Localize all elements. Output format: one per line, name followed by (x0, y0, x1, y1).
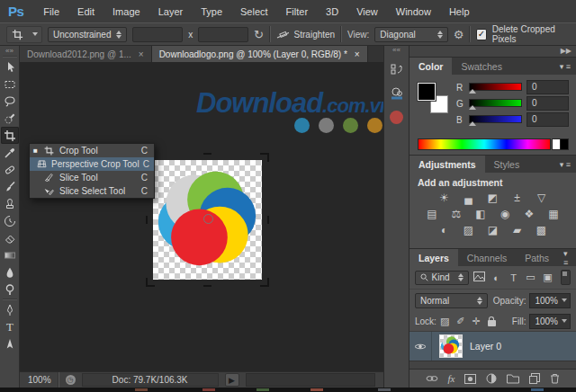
tab-swatches[interactable]: Swatches (452, 58, 511, 75)
crop-pivot-icon[interactable] (203, 214, 213, 224)
view-overlay-select[interactable]: Diagonal (374, 27, 447, 42)
lock-all-icon[interactable] (488, 320, 496, 326)
collapse-toolbar-icon[interactable]: «» (5, 47, 14, 55)
crop-handle-top[interactable] (203, 153, 212, 155)
image-layer-transparency[interactable] (153, 160, 262, 280)
menu-3d[interactable]: 3D (317, 6, 347, 17)
green-slider[interactable] (469, 98, 522, 109)
red-slider[interactable] (469, 82, 522, 93)
collapse-dock-icon[interactable]: ▶▶ (410, 46, 576, 57)
panel-menu-icon[interactable]: ▾ ≡ (558, 249, 576, 266)
new-adjustment-layer-icon[interactable] (486, 373, 497, 384)
menu-window[interactable]: Window (387, 6, 440, 17)
flyout-item-slice-select-tool[interactable]: Slice Select Tool C (30, 184, 154, 198)
exposure-icon[interactable]: ± (510, 191, 525, 207)
crop-options-gear-icon[interactable]: ⚙ (454, 28, 464, 41)
tool-preset-picker[interactable] (6, 26, 42, 43)
menu-layer[interactable]: Layer (149, 6, 193, 17)
status-options-icon[interactable]: ▶ (225, 373, 239, 387)
pen-tool[interactable] (1, 301, 19, 318)
menu-filter[interactable]: Filter (277, 6, 317, 17)
close-tab-icon[interactable]: × (139, 49, 144, 59)
vibrance-icon[interactable]: ▽ (535, 191, 549, 207)
record-panel-icon[interactable] (386, 107, 407, 128)
add-layer-mask-icon[interactable] (464, 374, 476, 384)
brush-tool[interactable] (1, 178, 19, 195)
eyedropper-tool[interactable] (1, 144, 19, 161)
layer-thumbnail[interactable] (439, 334, 463, 358)
menu-file[interactable]: File (34, 6, 68, 17)
tab-download2012[interactable]: Download2012.png @ 1... × (20, 46, 152, 62)
gradient-map-icon[interactable]: ▰ (510, 223, 525, 239)
red-value-field[interactable]: 0 (526, 80, 569, 94)
layer-visibility-toggle[interactable] (410, 332, 432, 361)
new-layer-icon[interactable] (529, 373, 540, 384)
blur-tool[interactable] (1, 263, 19, 281)
menu-help[interactable]: Help (440, 6, 479, 17)
straighten-button[interactable]: Straighten (294, 30, 336, 40)
filter-type-layers-icon[interactable]: T (507, 272, 520, 283)
type-tool[interactable]: T (1, 318, 19, 335)
swap-dimensions-icon[interactable]: ↻ (254, 28, 264, 41)
tab-adjustments[interactable]: Adjustments (410, 156, 485, 173)
lasso-tool[interactable] (1, 93, 19, 110)
slider-thumb[interactable] (469, 89, 476, 94)
quick-selection-tool[interactable] (1, 110, 19, 127)
history-brush-tool[interactable] (1, 212, 19, 229)
layer-style-icon[interactable]: fx (448, 373, 455, 384)
filtering-toggle[interactable] (561, 270, 571, 285)
link-layers-icon[interactable] (426, 374, 438, 383)
filter-smart-objects-icon[interactable]: ▣ (541, 272, 554, 283)
slider-thumb[interactable] (469, 105, 476, 110)
clone-stamp-tool[interactable] (1, 195, 19, 212)
spot-healing-brush-tool[interactable] (1, 161, 19, 178)
gradient-tool[interactable] (1, 246, 19, 263)
color-balance-icon[interactable]: ⚖ (449, 207, 464, 223)
selective-color-icon[interactable]: ▩ (535, 223, 549, 239)
channel-mixer-icon[interactable]: ❖ (522, 207, 536, 223)
history-panel-icon[interactable] (386, 58, 407, 79)
close-tab-icon[interactable]: × (355, 49, 360, 59)
move-tool[interactable] (1, 58, 19, 76)
opacity-value[interactable]: 100% (529, 293, 571, 308)
foreground-color-swatch[interactable] (418, 83, 436, 101)
filter-kind-select[interactable]: Kind (415, 271, 469, 285)
expand-dock-icon[interactable]: «« (392, 46, 400, 55)
lock-image-icon[interactable]: ✐ (456, 316, 464, 327)
brightness-contrast-icon[interactable]: ☀ (437, 191, 452, 207)
flyout-item-crop-tool[interactable]: ■ Crop Tool C (30, 144, 154, 157)
posterize-icon[interactable]: ▨ (462, 223, 476, 239)
menu-image[interactable]: Image (104, 6, 149, 17)
layer-name[interactable]: Layer 0 (470, 341, 501, 352)
levels-icon[interactable]: ▄ (462, 191, 476, 207)
black-white-icon[interactable]: ◧ (473, 207, 488, 223)
new-group-icon[interactable] (507, 374, 519, 384)
flyout-item-slice-tool[interactable]: Slice Tool C (30, 171, 154, 184)
delete-cropped-pixels-checkbox[interactable]: ✓ (476, 29, 487, 40)
crop-width-input[interactable] (132, 27, 183, 42)
panel-menu-icon[interactable]: ▾ ≡ (554, 156, 576, 173)
aspect-ratio-select[interactable]: Unconstrained (48, 27, 127, 42)
photo-filter-icon[interactable]: ◉ (498, 207, 512, 223)
threshold-icon[interactable]: ◪ (486, 223, 500, 239)
path-selection-tool[interactable] (1, 335, 19, 352)
panel-menu-icon[interactable]: ▾ ≡ (554, 58, 576, 75)
fill-value[interactable]: 100% (529, 314, 571, 329)
tab-channels[interactable]: Channels (458, 249, 516, 266)
color-lookup-icon[interactable]: ▦ (546, 207, 561, 223)
tab-paths[interactable]: Paths (516, 249, 558, 266)
tab-color[interactable]: Color (410, 58, 452, 75)
lock-transparency-icon[interactable]: ▨ (440, 316, 449, 327)
dodge-tool[interactable] (1, 281, 19, 298)
menu-edit[interactable]: Edit (68, 6, 104, 17)
blend-mode-select[interactable]: Normal (415, 293, 488, 308)
lock-position-icon[interactable]: ✛ (472, 316, 481, 327)
crop-handle-left[interactable] (146, 216, 148, 224)
rectangular-marquee-tool[interactable] (1, 76, 19, 93)
tab-styles[interactable]: Styles (485, 156, 529, 173)
filter-pixel-layers-icon[interactable] (472, 272, 486, 283)
crop-height-input[interactable] (198, 27, 248, 42)
layer-row-layer0[interactable]: Layer 0 (410, 332, 576, 361)
eraser-tool[interactable] (1, 229, 19, 246)
flyout-item-perspective-crop-tool[interactable]: Perspective Crop Tool C (30, 157, 154, 171)
